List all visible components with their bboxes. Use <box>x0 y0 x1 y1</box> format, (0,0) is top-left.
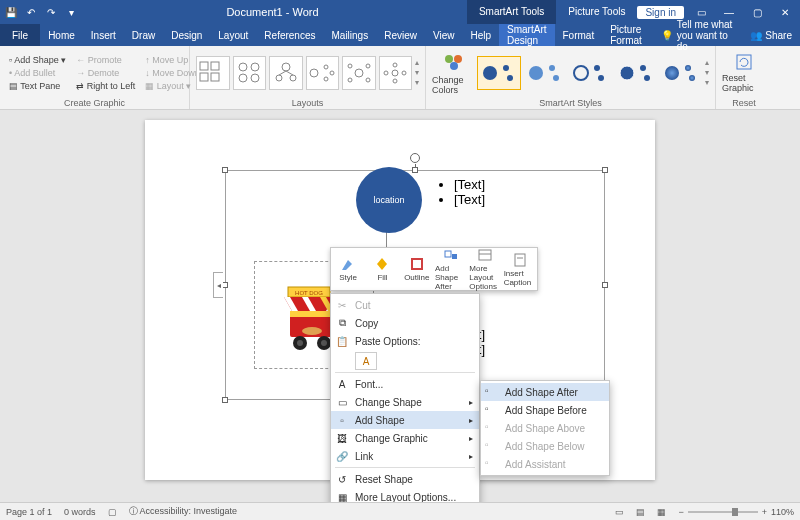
save-icon[interactable]: 💾 <box>4 5 18 19</box>
zoom-out-icon[interactable]: − <box>678 507 683 517</box>
layout-gallery-item[interactable] <box>269 56 303 90</box>
menu-link[interactable]: 🔗Link▸ <box>331 447 479 465</box>
layout-gallery-item[interactable] <box>342 56 376 90</box>
menu-change-shape[interactable]: ▭Change Shape▸ <box>331 393 479 411</box>
tab-file[interactable]: File <box>0 24 40 46</box>
tab-references[interactable]: References <box>256 24 323 46</box>
close-icon[interactable]: ✕ <box>774 0 796 24</box>
style-gallery-item[interactable] <box>659 56 703 90</box>
resize-handle[interactable] <box>602 167 608 173</box>
view-web-layout-icon[interactable]: ▦ <box>657 507 666 517</box>
maximize-icon[interactable]: ▢ <box>746 0 768 24</box>
tab-insert[interactable]: Insert <box>83 24 124 46</box>
mini-outline-button[interactable]: Outline <box>400 254 434 284</box>
gallery-more-icon[interactable]: ▾ <box>705 78 709 87</box>
view-print-layout-icon[interactable]: ▤ <box>636 507 645 517</box>
layout-gallery-item[interactable] <box>233 56 267 90</box>
svg-point-13 <box>310 69 318 77</box>
gallery-scroll-up-icon[interactable]: ▴ <box>705 58 709 67</box>
gallery-scroll-up-icon[interactable]: ▴ <box>415 58 419 67</box>
mini-add-shape-after-button[interactable]: Add Shape After <box>434 245 468 293</box>
tab-design[interactable]: Design <box>163 24 210 46</box>
rotate-handle[interactable] <box>410 153 420 163</box>
gallery-scroll-down-icon[interactable]: ▾ <box>705 68 709 77</box>
submenu-add-before[interactable]: ▫Add Shape Before <box>481 401 609 419</box>
mini-fill-button[interactable]: Fill <box>365 254 399 284</box>
mini-style-button[interactable]: Style <box>331 254 365 284</box>
tab-mailings[interactable]: Mailings <box>323 24 376 46</box>
tab-smartart-design[interactable]: SmartArt Design <box>499 24 554 46</box>
tab-format[interactable]: Format <box>555 24 603 46</box>
context-menu: ✂Cut ⧉Copy 📋Paste Options: A AFont... ▭C… <box>330 293 480 520</box>
svg-point-30 <box>483 66 497 80</box>
layout-gallery-item[interactable] <box>379 56 413 90</box>
group-label-create-graphic: Create Graphic <box>6 97 183 108</box>
style-gallery-item[interactable] <box>568 56 612 90</box>
paste-icon: 📋 <box>335 334 349 348</box>
layout-gallery-item[interactable] <box>196 56 230 90</box>
style-gallery-item[interactable] <box>614 56 658 90</box>
menu-font[interactable]: AFont... <box>331 375 479 393</box>
status-spellcheck-icon[interactable]: ▢ <box>108 507 117 517</box>
style-gallery-item[interactable] <box>523 56 567 90</box>
tab-view[interactable]: View <box>425 24 463 46</box>
resize-handle[interactable] <box>412 167 418 173</box>
resize-handle[interactable] <box>222 167 228 173</box>
view-read-mode-icon[interactable]: ▭ <box>615 507 624 517</box>
tell-me-search[interactable]: 💡 Tell me what you want to do <box>653 24 743 46</box>
mini-more-layout-button[interactable]: More Layout Options <box>468 245 502 293</box>
tab-layout[interactable]: Layout <box>210 24 256 46</box>
sign-in-button[interactable]: Sign in <box>637 6 684 19</box>
change-colors-button[interactable]: Change Colors <box>432 51 475 95</box>
resize-handle[interactable] <box>222 397 228 403</box>
svg-point-24 <box>393 79 397 83</box>
svg-point-43 <box>685 65 691 71</box>
svg-point-50 <box>302 327 322 335</box>
qat-dropdown-icon[interactable]: ▾ <box>64 5 78 19</box>
text-pane-expand-tab[interactable]: ◂ <box>213 272 223 298</box>
text-pane-button[interactable]: ▤ Text Pane <box>6 80 69 92</box>
paste-option-keep-text[interactable]: A <box>355 352 377 370</box>
svg-rect-58 <box>445 251 451 257</box>
gallery-more-icon[interactable]: ▾ <box>415 78 419 87</box>
contextual-tab-picture-tools: Picture Tools <box>556 0 637 24</box>
menu-add-shape[interactable]: ▫Add Shape▸ <box>331 411 479 429</box>
menu-copy[interactable]: ⧉Copy <box>331 314 479 332</box>
zoom-level[interactable]: 110% <box>771 507 794 517</box>
smartart-bullet[interactable]: [Text] <box>454 177 485 192</box>
zoom-in-icon[interactable]: + <box>762 507 767 517</box>
reset-graphic-button[interactable]: Reset Graphic <box>722 52 766 93</box>
svg-point-42 <box>665 66 679 80</box>
right-to-left-button[interactable]: ⇄ Right to Left <box>73 80 138 92</box>
undo-icon[interactable]: ↶ <box>24 5 38 19</box>
submenu-add-after[interactable]: ▫Add Shape After <box>481 383 609 401</box>
status-page[interactable]: Page 1 of 1 <box>6 507 52 517</box>
mini-insert-caption-button[interactable]: Insert Caption <box>503 250 537 289</box>
smartart-bullet[interactable]: [Text] <box>454 192 485 207</box>
redo-icon[interactable]: ↷ <box>44 5 58 19</box>
zoom-slider[interactable] <box>688 511 758 513</box>
svg-point-6 <box>239 74 247 82</box>
menu-change-graphic[interactable]: 🖼Change Graphic▸ <box>331 429 479 447</box>
link-icon: 🔗 <box>335 449 349 463</box>
status-words[interactable]: 0 words <box>64 507 96 517</box>
resize-handle[interactable] <box>602 282 608 288</box>
group-label-styles: SmartArt Styles <box>432 97 709 108</box>
svg-point-7 <box>251 74 259 82</box>
svg-point-10 <box>290 75 296 81</box>
svg-point-18 <box>348 64 352 68</box>
tab-picture-format[interactable]: Picture Format <box>602 24 653 46</box>
svg-point-19 <box>366 64 370 68</box>
status-accessibility[interactable]: ⓘ Accessibility: Investigate <box>129 505 238 518</box>
add-shape-button[interactable]: ▫ Add Shape ▾ <box>6 54 69 66</box>
share-button[interactable]: 👥 Share <box>742 24 800 46</box>
smartart-node-main[interactable]: location <box>356 167 422 233</box>
tab-draw[interactable]: Draw <box>124 24 163 46</box>
tab-review[interactable]: Review <box>376 24 425 46</box>
layout-gallery-item[interactable] <box>306 56 340 90</box>
style-gallery-item[interactable] <box>477 56 521 90</box>
tab-help[interactable]: Help <box>462 24 499 46</box>
gallery-scroll-down-icon[interactable]: ▾ <box>415 68 419 77</box>
menu-reset-shape[interactable]: ↺Reset Shape <box>331 470 479 488</box>
tab-home[interactable]: Home <box>40 24 83 46</box>
